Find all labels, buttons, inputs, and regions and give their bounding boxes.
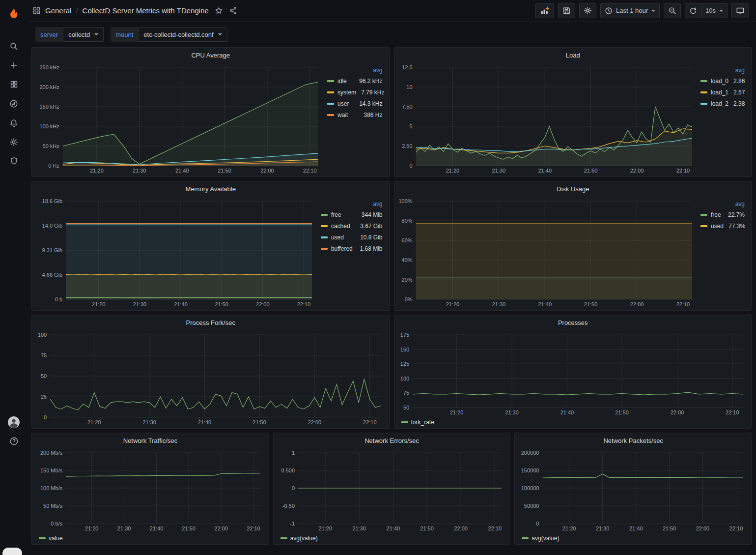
grafana-logo[interactable] [5, 4, 23, 22]
panel-body: 0%20%40%60%80%100%21:2021:3021:4021:5022… [394, 196, 752, 310]
legend-series-name: free [711, 211, 721, 218]
legend-item[interactable]: wait386 Hz [327, 109, 382, 120]
svg-text:21:40: 21:40 [198, 419, 212, 425]
variable-value: etc-collectd-collectd.conf [143, 31, 213, 38]
star-icon[interactable] [215, 6, 223, 15]
svg-text:75: 75 [403, 390, 409, 396]
legend-item[interactable]: cached3.67 Gib [321, 220, 383, 232]
series-color-dash [321, 248, 328, 250]
refresh-button[interactable] [685, 3, 701, 18]
legend-item[interactable]: avg(value) [522, 535, 564, 542]
legend-item[interactable]: used77.3% [700, 220, 745, 232]
chart-svg[interactable]: 0 b/s50 Mb/s100 Mb/s150 Mb/s200 Mb/s21:2… [34, 448, 267, 533]
panel-memory-available: Memory Available0 b4.66 Gib9.31 Gib14.0 … [31, 181, 390, 311]
chart-area[interactable]: 0 b/s50 Mb/s100 Mb/s150 Mb/s200 Mb/s21:2… [34, 448, 267, 543]
panel-network-traffic-sec: Network Traffic/sec0 b/s50 Mb/s100 Mb/s1… [31, 433, 269, 545]
legend-item[interactable]: used10.8 Gib [321, 232, 383, 243]
series-color-dash [280, 537, 287, 539]
panel-legend: value [34, 533, 267, 543]
breadcrumb-folder[interactable]: General [45, 6, 71, 15]
chart-area[interactable]: 0%20%40%60%80%100%21:2021:3021:4021:5022… [396, 196, 699, 309]
refresh-group: 10s [685, 3, 728, 18]
svg-text:21:20: 21:20 [85, 526, 99, 531]
chart-area[interactable]: 0 Hz50 kHz100 kHz150 kHz200 kHz250 kHz21… [34, 62, 325, 175]
chart-svg[interactable]: 507510012515017521:2021:3021:4021:5022:0… [396, 330, 750, 417]
svg-text:25: 25 [41, 394, 47, 400]
variable-label: mount [111, 27, 138, 42]
svg-text:75: 75 [41, 352, 47, 358]
help-icon[interactable] [4, 432, 24, 451]
panel-legend: avgfree344 Mibcached3.67 Gibused10.8 Gib… [319, 196, 388, 309]
legend-item[interactable]: fork_rate [401, 419, 439, 426]
alerting-icon[interactable] [4, 113, 24, 132]
legend-item[interactable]: idle96.2 kHz [327, 75, 382, 87]
legend-series-avg: 386 Hz [364, 112, 382, 118]
panel-title[interactable]: Memory Available [32, 181, 390, 196]
legend-item[interactable]: value [39, 535, 68, 542]
cycle-view-button[interactable] [731, 3, 749, 18]
svg-text:2.50: 2.50 [402, 143, 412, 149]
svg-text:0: 0 [292, 485, 295, 491]
svg-text:18.6 Gib: 18.6 Gib [42, 198, 63, 204]
refresh-interval-dropdown[interactable]: 10s [701, 3, 728, 18]
zoom-out-button[interactable] [664, 3, 681, 18]
variable-value-dropdown[interactable]: collectd [63, 27, 104, 42]
legend-series-name: used [331, 234, 344, 241]
user-avatar[interactable] [4, 412, 24, 432]
explore-icon[interactable] [4, 94, 24, 113]
add-panel-button[interactable] [535, 3, 554, 18]
share-icon[interactable] [229, 6, 237, 15]
chart-svg[interactable]: 0%20%40%60%80%100%21:2021:3021:4021:5022… [396, 196, 699, 309]
chart-area[interactable]: 507510012515017521:2021:3021:4021:5022:0… [396, 330, 750, 427]
legend-series-avg: 77.3% [728, 223, 745, 230]
panel-title[interactable]: Network Packets/sec [515, 433, 752, 448]
variable-server: server collectd [35, 27, 104, 42]
panel-title[interactable]: Network Traffic/sec [32, 433, 269, 448]
panel-title[interactable]: Load [394, 48, 752, 62]
svg-text:100000: 100000 [521, 485, 539, 491]
server-admin-icon[interactable] [4, 151, 24, 171]
panel-title[interactable]: Disk Usage [394, 181, 752, 196]
legend-item[interactable]: buffered1.68 Mib [321, 243, 383, 254]
chart-area[interactable]: 05000010000015000020000021:2021:3021:402… [517, 448, 750, 543]
svg-text:10: 10 [406, 84, 412, 90]
svg-text:21:50: 21:50 [215, 301, 228, 307]
create-icon[interactable] [4, 56, 24, 75]
variable-value-dropdown[interactable]: etc-collectd-collectd.conf [138, 27, 227, 42]
chart-svg[interactable]: 0 b4.66 Gib9.31 Gib14.0 Gib18.6 Gib21:20… [34, 196, 319, 309]
chart-svg[interactable]: 0 Hz50 kHz100 kHz150 kHz200 kHz250 kHz21… [34, 62, 325, 175]
page-title[interactable]: CollectD Server Metrics with TDengine [83, 6, 209, 15]
chart-svg[interactable]: -1-0.5000.500121:2021:3021:4021:5022:002… [276, 448, 508, 533]
chart-area[interactable]: 02.5057.501012.521:2021:3021:4021:5022:0… [396, 62, 699, 175]
legend-item[interactable]: load_12.57 [700, 87, 745, 98]
chart-area[interactable]: 0 b4.66 Gib9.31 Gib14.0 Gib18.6 Gib21:20… [34, 196, 319, 309]
legend-item[interactable]: free22.7% [700, 209, 745, 220]
time-range-picker[interactable]: Last 1 hour [600, 3, 660, 18]
legend-item[interactable]: free344 Mib [321, 209, 383, 220]
panel-title[interactable]: Processes [394, 315, 752, 330]
panel-network-packets-sec: Network Packets/sec050000100000150000200… [514, 433, 752, 545]
legend-item[interactable]: user14.3 kHz [327, 98, 382, 109]
legend-item[interactable]: avg(value) [280, 535, 323, 542]
chat-bubble[interactable] [2, 548, 22, 555]
panel-title[interactable]: Network Errors/sec [274, 433, 510, 448]
chart-area[interactable]: 025507510021:2021:3021:4021:5022:0022:10 [34, 330, 388, 427]
save-dashboard-button[interactable] [558, 3, 575, 18]
search-icon[interactable] [4, 36, 24, 56]
series-fork-rate [50, 380, 381, 410]
panel-title[interactable]: Process Fork/sec [32, 315, 390, 330]
chart-area[interactable]: -1-0.5000.500121:2021:3021:4021:5022:002… [276, 448, 508, 543]
chart-svg[interactable]: 05000010000015000020000021:2021:3021:402… [517, 448, 750, 533]
chart-svg[interactable]: 02.5057.501012.521:2021:3021:4021:5022:0… [396, 62, 699, 175]
avatar [7, 416, 20, 429]
dashboard-settings-button[interactable] [579, 3, 596, 18]
legend-item[interactable]: load_02.86 [700, 75, 745, 87]
configuration-icon[interactable] [4, 132, 24, 151]
dashboards-icon[interactable] [4, 75, 24, 94]
legend-item[interactable]: load_22.38 [700, 98, 745, 109]
panel-title[interactable]: CPU Average [32, 48, 390, 62]
chart-svg[interactable]: 025507510021:2021:3021:4021:5022:0022:10 [34, 330, 388, 427]
svg-text:50000: 50000 [524, 503, 539, 509]
svg-text:12.5: 12.5 [402, 64, 412, 70]
legend-item[interactable]: system7.79 kHz [327, 87, 382, 98]
